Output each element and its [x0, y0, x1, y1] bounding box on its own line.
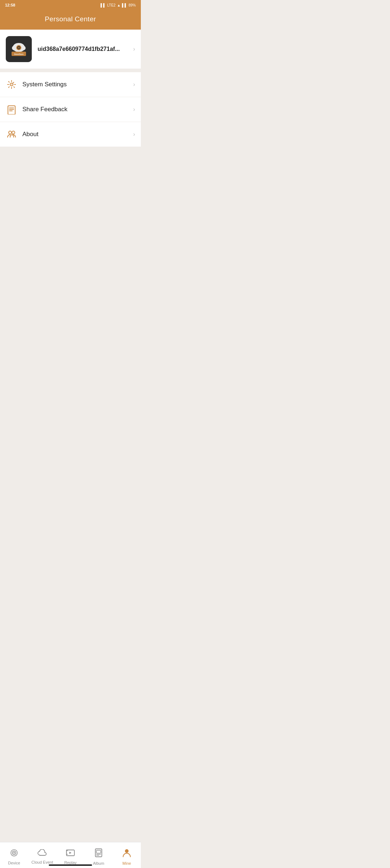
status-bar: 12:58 ▌▌ LTE2 ▲ ▌▌ 89%	[0, 0, 141, 10]
profile-section[interactable]: OmniSurv uid368a7e6609774d1fb271af... ›	[0, 30, 141, 69]
page-title: Personal Center	[45, 15, 96, 23]
gear-icon	[6, 79, 17, 90]
svg-point-8	[18, 47, 19, 48]
profile-chevron-icon: ›	[133, 46, 135, 52]
page-header: Personal Center	[0, 10, 141, 30]
signal2-icon: ▌▌	[122, 3, 127, 7]
share-feedback-chevron-icon: ›	[133, 106, 135, 113]
content-area	[0, 147, 141, 334]
svg-point-12	[11, 84, 13, 86]
status-icons: ▌▌ LTE2 ▲ ▌▌ 89%	[101, 3, 136, 7]
share-feedback-item[interactable]: Share Feedback ›	[0, 97, 141, 122]
wifi-icon: ▲	[117, 3, 121, 7]
svg-text:OmniSurv: OmniSurv	[14, 53, 24, 55]
status-time: 12:58	[5, 3, 15, 7]
system-settings-item[interactable]: System Settings ›	[0, 72, 141, 97]
battery-icon: 89%	[129, 3, 136, 7]
svg-point-18	[12, 131, 15, 134]
section-divider	[0, 69, 141, 72]
menu-section: System Settings › Share Feedback ›	[0, 72, 141, 147]
signal-icon: ▌▌	[101, 3, 106, 7]
about-icon	[6, 129, 17, 140]
svg-point-17	[9, 131, 12, 134]
system-settings-chevron-icon: ›	[133, 81, 135, 88]
feedback-icon	[6, 104, 17, 115]
svg-rect-13	[8, 106, 15, 114]
about-chevron-icon: ›	[133, 131, 135, 138]
avatar: OmniSurv	[6, 36, 32, 62]
about-label: About	[22, 131, 133, 138]
system-settings-label: System Settings	[22, 81, 133, 88]
profile-uid: uid368a7e6609774d1fb271af...	[38, 46, 127, 52]
lte-icon: LTE2	[107, 3, 116, 7]
share-feedback-label: Share Feedback	[22, 106, 133, 113]
about-item[interactable]: About ›	[0, 122, 141, 147]
